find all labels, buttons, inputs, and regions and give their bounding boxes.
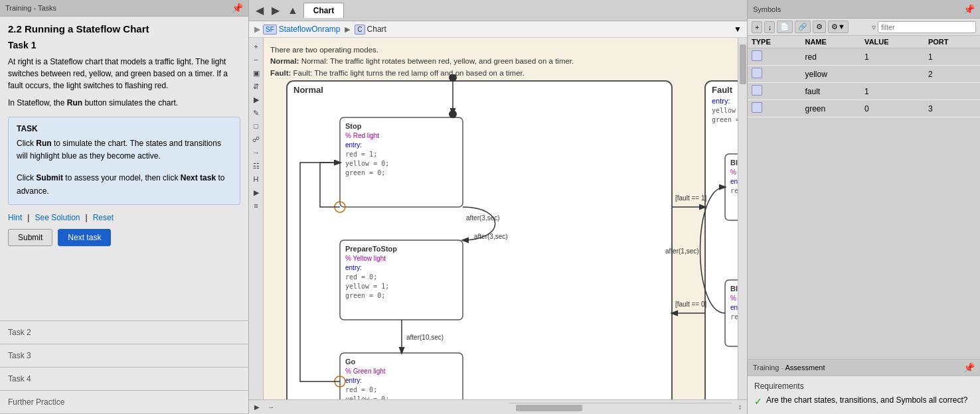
toolbar-img[interactable]: ☍ [250,133,262,145]
task-list-item-2[interactable]: Task 2 [0,321,248,344]
breadcrumb-icon: ▶ [254,25,260,34]
hint-link[interactable]: Hint [8,213,22,222]
sym-btn-6[interactable]: ⚙▼ [828,21,849,33]
col-type: TYPE [748,36,801,48]
toolbar-pan[interactable]: ⇵ [250,80,262,92]
type-icon [752,50,762,61]
task-list-item-3[interactable]: Task 3 [0,344,248,368]
svg-text:red = 0;: red = 0; [345,273,377,281]
task-list-item-4[interactable]: Task 4 [0,368,248,391]
hint-bar: Hint | See Solution | Reset [8,213,240,222]
svg-text:BlinkOn: BlinkOn [730,159,738,167]
col-port: PORT [924,36,980,48]
breadcrumb-dropdown[interactable]: ▼ [734,25,742,34]
type-icon [752,85,762,96]
table-row[interactable]: green 0 3 [748,100,980,117]
chart-scrollbar-h[interactable] [509,403,732,412]
vscroll-thumb[interactable] [740,44,746,84]
toolbar-pencil[interactable]: ✎ [250,107,262,119]
row-name: yellow [801,66,860,83]
submit-button[interactable]: Submit [8,229,52,246]
sym-btn-5[interactable]: ⚙ [813,21,826,33]
symbols-table: TYPE NAME VALUE PORT red 1 1 yellow 2 fa… [748,36,980,359]
reset-link[interactable]: Reset [93,213,114,222]
task-list: Task 2 Task 3 Task 4 Further Practice [0,320,248,414]
breadcrumb-root[interactable]: SF StateflowOnramp [263,25,341,34]
row-type [748,83,801,100]
toolbar-table[interactable]: ☷ [250,160,262,172]
bottombar-btn-3[interactable]: ↕ [737,402,743,412]
nav-up-button[interactable]: ▲ [285,3,301,18]
table-row[interactable]: fault 1 [748,83,980,100]
nav-forward-button[interactable]: ▶ [269,3,282,18]
chart-canvas[interactable]: There are two operating modes. Normal: N… [264,38,738,399]
bottombar-btn-1[interactable]: ▶ [253,402,261,412]
right-panel: Symbols 📌 + ↓ 📄 🔗 ⚙ ⚙▼ ▿ TYPE NAME VALUE… [748,0,980,414]
left-panel-title: Training - Tasks [5,4,56,12]
chart-scrollbar-v[interactable] [738,38,747,399]
table-row[interactable]: yellow 2 [748,66,980,83]
toolbar-help[interactable]: H [250,173,262,185]
toolbar-zoom-out[interactable]: − [250,54,262,66]
svg-text:green = 0;: green = 0; [345,169,385,176]
svg-text:red = 0;: red = 0; [730,313,738,320]
toolbar-arrow[interactable]: → [250,147,262,159]
svg-text:entry:: entry: [345,141,362,149]
svg-text:yellow = 0;: yellow = 0; [345,395,389,399]
svg-text:Stop: Stop [345,122,362,130]
table-row[interactable]: red 1 1 [748,48,980,66]
svg-text:% Green light: % Green light [345,368,386,375]
pin-icon[interactable]: 📌 [232,3,243,13]
next-task-button[interactable]: Next task [58,229,111,246]
svg-text:% Red light: % Red light [730,169,738,176]
section-title: 2.2 Running a Stateflow Chart [8,23,240,34]
filter-icon: ▿ [872,23,876,32]
sym-filter-input[interactable] [878,21,976,33]
sym-btn-4[interactable]: 🔗 [795,21,811,33]
chart-tab[interactable]: Chart [303,3,344,18]
see-solution-link[interactable]: See Solution [35,213,80,222]
row-port: 1 [924,48,980,66]
row-type [748,100,801,117]
svg-text:entry:: entry: [345,377,362,384]
button-row: Submit Next task [8,229,240,246]
row-value [860,66,924,83]
sym-data-table: TYPE NAME VALUE PORT red 1 1 yellow 2 fa… [748,36,980,117]
toolbar-anim[interactable]: ▶ [250,186,262,198]
assessment-pin-icon[interactable]: 📌 [963,362,975,373]
toolbar-fit[interactable]: ▣ [250,67,262,79]
hscroll-thumb[interactable] [516,405,582,411]
task-box-text1: Click Run to simulate the chart. The sta… [17,137,232,163]
svg-text:entry:: entry: [712,97,730,105]
sym-btn-2[interactable]: ↓ [764,21,775,33]
row-port: 2 [924,66,980,83]
svg-text:after(3,sec): after(3,sec) [466,214,500,222]
svg-text:Go: Go [345,358,356,366]
requirement-item: ✓ Are the chart states, transitions, and… [754,395,973,409]
symbols-header: Symbols 📌 [748,0,980,19]
sym-btn-1[interactable]: + [752,21,762,33]
left-panel-header: Training - Tasks 📌 [0,0,248,17]
svg-text:red = 0;: red = 0; [345,386,377,393]
task-list-item-further[interactable]: Further Practice [0,391,248,414]
svg-text:entry:: entry: [730,304,738,311]
symbols-pin-icon[interactable]: 📌 [963,4,975,15]
toolbar-list[interactable]: ≡ [250,200,262,212]
toolbar-select[interactable]: ▶ [250,94,262,105]
svg-text:[fault == 0]: [fault == 0] [675,301,706,308]
bottombar-btn-2[interactable]: → [266,402,276,412]
svg-text:entry:: entry: [730,178,738,185]
row-value: 0 [860,100,924,117]
col-name: NAME [801,36,860,48]
nav-back-button[interactable]: ◀ [253,3,266,18]
breadcrumb-separator: ► [343,24,353,34]
svg-text:green = 0;: green = 0; [712,116,738,123]
svg-text:after(1,sec): after(1,sec) [665,247,699,255]
sym-btn-3[interactable]: 📄 [777,21,793,33]
requirements-section: Requirements ✓ Are the chart states, tra… [748,376,980,414]
task-box-text2: Click Submit to assess your model, then … [17,172,232,197]
svg-rect-31 [705,81,738,399]
svg-text:% No light: % No light [730,295,738,302]
toolbar-box[interactable]: □ [250,120,262,132]
toolbar-zoom-in[interactable]: + [250,40,262,52]
